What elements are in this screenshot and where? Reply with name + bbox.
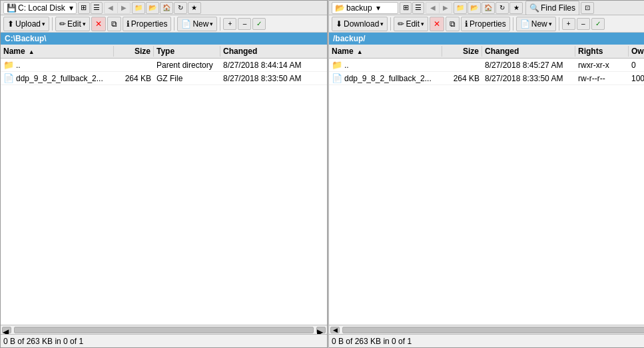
edit-icon-right: ✏ xyxy=(398,19,404,29)
right-fav-btn[interactable]: ★ xyxy=(509,2,523,14)
right-hscroll-thumb[interactable] xyxy=(342,327,644,333)
right-hscroll-left[interactable]: ◀ xyxy=(330,327,340,333)
left-folder-btn[interactable]: 📁 xyxy=(132,2,145,14)
right-folder-btn[interactable]: 📁 xyxy=(454,2,467,14)
right-col-changed[interactable]: Changed xyxy=(482,46,575,57)
right-col-name[interactable]: Name ▲ xyxy=(329,46,442,57)
left-new-btn[interactable]: 📄 New ▾ xyxy=(177,17,217,31)
left-forward-btn[interactable]: ▶ xyxy=(117,2,131,14)
right-location-dropdown[interactable]: 📂 backup ▾ xyxy=(332,2,398,14)
toolbar-sep-2 xyxy=(174,17,174,31)
left-location-icon: 💾 xyxy=(7,3,17,13)
left-row1-type: GZ File xyxy=(154,73,220,84)
left-col-type[interactable]: Type xyxy=(154,46,220,57)
right-home-btn[interactable]: 🏠 xyxy=(482,2,495,14)
right-col-owner[interactable]: Own xyxy=(629,46,644,57)
right-hscroll[interactable]: ◀ ▶ xyxy=(329,325,644,334)
left-row1-size: 264 KB xyxy=(114,73,154,84)
right-row-parent[interactable]: 📁 .. 8/27/2018 8:45:27 AM rwxr-xr-x 0 xyxy=(329,59,644,72)
download-icon: ⬇ xyxy=(336,19,342,29)
toolbar-sep-3 xyxy=(220,17,220,31)
left-row0-changed: 8/27/2018 8:44:14 AM xyxy=(220,60,327,71)
right-toolbar-sep-1 xyxy=(390,17,391,31)
right-row1-size: 264 KB xyxy=(442,73,482,84)
right-row0-size xyxy=(442,65,482,66)
right-download-btn[interactable]: ⬇ Download ▾ xyxy=(332,17,388,31)
left-row-parent[interactable]: 📁 .. Parent directory 8/27/2018 8:44:14 … xyxy=(1,59,327,72)
right-delete-btn[interactable]: ✕ xyxy=(430,17,444,31)
right-path-bar: /backup/ xyxy=(329,33,644,45)
right-row0-changed: 8/27/2018 8:45:27 AM xyxy=(482,60,575,71)
left-home-btn[interactable]: 🏠 xyxy=(160,2,173,14)
right-list-icon[interactable]: ☰ xyxy=(412,2,424,14)
right-forward-btn[interactable]: ▶ xyxy=(439,2,452,14)
right-row1-rights: rw-r--r-- xyxy=(575,73,629,84)
left-bookmark-btn[interactable]: ⧉ xyxy=(107,17,121,31)
right-properties-btn[interactable]: ℹ Properties xyxy=(461,17,510,31)
left-plus-btn[interactable]: + xyxy=(223,18,236,30)
right-minus-btn[interactable]: – xyxy=(577,18,590,30)
left-col-name[interactable]: Name ▲ xyxy=(1,46,114,57)
right-column-headers: Name ▲ Size Changed Rights Own xyxy=(329,45,644,59)
right-check-btn[interactable]: ✓ xyxy=(591,18,605,30)
right-plus-btn[interactable]: + xyxy=(562,18,575,30)
delete-icon-right: ✕ xyxy=(434,19,440,29)
left-fav-btn[interactable]: ★ xyxy=(188,2,201,14)
right-col-rights[interactable]: Rights xyxy=(575,46,629,57)
right-sync-icon[interactable]: ⊞ xyxy=(400,2,412,14)
right-row0-rights: rwxr-xr-x xyxy=(575,60,629,71)
left-row0-type: Parent directory xyxy=(154,60,220,71)
right-back-forward: ◀ ▶ xyxy=(426,2,452,14)
left-col-size[interactable]: Size xyxy=(114,46,154,57)
right-row-file[interactable]: 📄 ddp_9_8_2_fullback_2... 264 KB 8/27/20… xyxy=(329,72,644,85)
edit-icon-left: ✏ xyxy=(59,19,66,29)
right-find-btn[interactable]: 🔍 Find Files xyxy=(525,1,579,15)
left-row1-changed: 8/27/2018 8:33:50 AM xyxy=(220,73,327,84)
left-col-changed[interactable]: Changed xyxy=(220,46,327,57)
left-back-btn[interactable]: ◀ xyxy=(104,2,117,14)
right-file-list: 📁 .. 8/27/2018 8:45:27 AM rwxr-xr-x 0 xyxy=(329,59,644,325)
left-hscroll-left[interactable]: ◀ xyxy=(2,327,11,333)
left-row1-icon: 📄 xyxy=(3,73,14,83)
left-delete-btn[interactable]: ✕ xyxy=(91,17,106,31)
right-newfolder-btn[interactable]: 📂 xyxy=(468,2,481,14)
left-hscroll-thumb[interactable] xyxy=(14,327,314,333)
left-column-headers: Name ▲ Size Type Changed xyxy=(1,45,327,59)
left-properties-btn[interactable]: ℹ Properties xyxy=(123,17,172,31)
left-nav-group: ⊞ ☰ xyxy=(78,2,103,14)
right-col-size[interactable]: Size xyxy=(442,46,482,57)
left-hscroll-right[interactable]: ▶ xyxy=(316,327,326,333)
right-back-btn[interactable]: ◀ xyxy=(426,2,439,14)
left-check-btn[interactable]: ✓ xyxy=(252,18,266,30)
left-path-bar: C:\Backup\ xyxy=(1,33,327,45)
left-folder-nav: 📁 📂 🏠 ↻ ★ xyxy=(132,2,201,14)
left-minus-btn[interactable]: – xyxy=(238,18,251,30)
right-row0-icon: 📁 xyxy=(332,60,342,70)
left-hscroll[interactable]: ◀ ▶ xyxy=(1,325,327,334)
left-upload-btn[interactable]: ⬆ Upload ▾ xyxy=(3,17,49,31)
left-row-file[interactable]: 📄 ddp_9_8_2_fullback_2... 264 KB GZ File… xyxy=(1,72,327,85)
right-extra-btn[interactable]: ⊡ xyxy=(581,2,594,14)
right-row1-changed: 8/27/2018 8:33:50 AM xyxy=(482,73,575,84)
right-toolbar: ⬇ Download ▾ ✏ Edit ▾ ✕ ⧉ ℹ Properties xyxy=(329,15,644,33)
right-bookmark-btn[interactable]: ⧉ xyxy=(446,17,460,31)
left-refresh-btn[interactable]: ↻ xyxy=(174,2,187,14)
left-location-dropdown[interactable]: 💾 C: Local Disk ▾ xyxy=(3,2,77,14)
left-sync-icon[interactable]: ⊞ xyxy=(78,2,90,14)
left-row0-size xyxy=(114,65,154,66)
left-edit-btn[interactable]: ✏ Edit ▾ xyxy=(55,17,90,31)
new-icon-right: 📄 xyxy=(520,19,530,29)
right-refresh-btn[interactable]: ↻ xyxy=(495,2,509,14)
find-icon: 🔍 xyxy=(529,3,539,13)
left-newfolder-btn[interactable]: 📂 xyxy=(146,2,159,14)
right-edit-btn[interactable]: ✏ Edit ▾ xyxy=(394,17,428,31)
right-status-bar: 0 B of 263 KB in 0 of 1 xyxy=(329,334,644,347)
delete-icon-left: ✕ xyxy=(95,19,102,29)
right-toolbar-sep-3 xyxy=(559,17,559,31)
right-location-text: backup xyxy=(346,3,372,13)
right-new-btn[interactable]: 📄 New ▾ xyxy=(516,17,556,31)
right-row1-owner: 1003 xyxy=(629,73,644,84)
left-list-icon[interactable]: ☰ xyxy=(91,2,103,14)
left-location-text: C: Local Disk xyxy=(18,3,65,13)
right-location-icon: 📂 xyxy=(335,3,345,13)
